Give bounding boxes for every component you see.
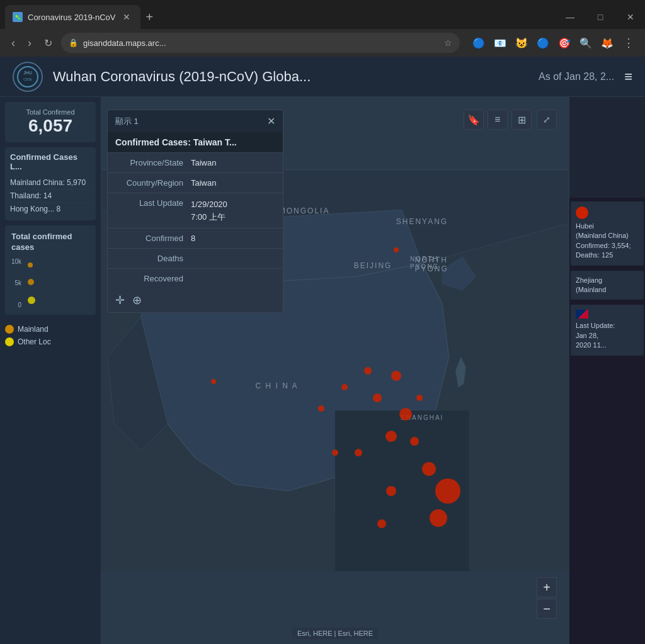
hamburger-menu[interactable]: ≡	[624, 69, 632, 85]
popup-header: 顯示 1 ✕	[108, 110, 283, 132]
popup-row-deaths: Deaths	[108, 249, 283, 269]
list-map-button[interactable]: ≡	[488, 110, 508, 130]
other-legend-dot	[5, 337, 14, 346]
ext-btn-2[interactable]: 📧	[491, 34, 509, 52]
window-controls: — □ ✕	[556, 8, 645, 26]
map-dot	[373, 393, 382, 402]
hubei-location-card[interactable]: Hubei(Mainland China)Confirmed: 3,554;De…	[571, 201, 644, 266]
map-area[interactable]: MONGOLIA C H I N A Urumqi Shenyang Beiji…	[101, 97, 569, 644]
right-sidebar: Hubei(Mainland China)Confirmed: 3,554;De…	[569, 97, 645, 644]
hubei-detail: Hubei(Mainland China)Confirmed: 3,554;De…	[576, 222, 639, 261]
maximize-button[interactable]: □	[586, 8, 615, 26]
popup-field-country: Country/Region	[115, 178, 191, 188]
mainland-legend-dot	[5, 325, 14, 334]
zhejiang-location-card[interactable]: Zhejiang(Mainland	[571, 271, 644, 300]
ext-btn-1[interactable]: 🔵	[470, 34, 488, 52]
chart-labels: 10k 5k 0	[11, 258, 24, 308]
zhejiang-detail: Zhejiang(Mainland	[576, 276, 639, 295]
zoom-in-popup-button[interactable]: ⊕	[132, 293, 142, 307]
popup-value-deaths	[191, 254, 275, 263]
jhu-logo-icon: JHU CSSE	[16, 65, 39, 88]
maximize-map-button[interactable]: ⤢	[537, 110, 557, 130]
tab-favicon: 🦠	[13, 12, 23, 22]
chart-label: 5k	[11, 280, 21, 286]
map-dot	[391, 371, 401, 381]
close-button[interactable]: ✕	[616, 8, 645, 26]
update-card: Last Update:Jan 28,2020 11...	[571, 305, 644, 355]
popup-close-button[interactable]: ✕	[267, 115, 275, 127]
right-top-panel	[569, 97, 645, 198]
popup-body: Province/State Taiwan Country/Region Tai…	[108, 153, 283, 288]
list-item: Hong Kong... 8	[10, 203, 91, 215]
map-dot	[422, 462, 436, 476]
map-dot	[355, 449, 362, 456]
update-text: Last Update:Jan 28,2020 11...	[576, 321, 639, 350]
item-label: Thailand:	[10, 191, 41, 200]
map-zoom-controls: + −	[537, 577, 557, 619]
browser-extensions: 🔵 📧 😺 🔵 🎯 🔍 🦊 ⋮	[470, 34, 637, 52]
hubei-red-circle	[576, 206, 588, 219]
list-item: Thailand: 14	[10, 189, 91, 203]
forward-button[interactable]: ›	[24, 34, 35, 52]
confirmed-list-title: Confirmed Cases L...	[10, 152, 91, 171]
ext-btn-5[interactable]: 🎯	[556, 34, 573, 52]
browser-menu-button[interactable]: ⋮	[620, 34, 637, 52]
svg-text:CSSE: CSSE	[23, 77, 32, 81]
new-tab-button[interactable]: +	[140, 10, 158, 25]
mainland-legend-label: Mainland	[18, 325, 49, 334]
browser-chrome: 🦠 Coronavirus 2019-nCoV ✕ + — □ ✕ ‹ › ↻ …	[0, 0, 645, 57]
popup-subtitle: Confirmed Cases: Taiwan T...	[108, 132, 283, 153]
address-bar[interactable]: 🔒 gisanddata.maps.arc... ☆	[61, 33, 460, 53]
popup-value-confirmed: 8	[191, 234, 275, 243]
tab-close-button[interactable]: ✕	[120, 11, 133, 23]
popup-value-country: Taiwan	[191, 178, 275, 188]
map-dot	[394, 247, 399, 252]
item-label: Mainland China:	[10, 178, 65, 187]
map-dot	[410, 437, 419, 446]
ext-btn-6[interactable]: 🔍	[577, 34, 595, 52]
popup-value-recovered	[191, 274, 275, 283]
address-text: gisanddata.maps.arc...	[83, 38, 439, 48]
ext-btn-3[interactable]: 😺	[513, 34, 530, 52]
update-card-header	[576, 310, 639, 319]
map-dot	[377, 519, 386, 528]
zoom-in-button[interactable]: +	[537, 577, 557, 597]
chart-label: 0	[11, 302, 21, 308]
popup-row-confirmed: Confirmed 8	[108, 229, 283, 249]
svg-text:JHU: JHU	[23, 71, 32, 75]
popup-value-update: 1/29/20207:00 上午	[191, 198, 275, 223]
map-dot	[399, 408, 412, 421]
grid-map-button[interactable]: ⊞	[511, 110, 532, 130]
browser-controls: ‹ › ↻ 🔒 gisanddata.maps.arc... ☆ 🔵 📧 😺 🔵…	[0, 29, 645, 57]
map-dot	[211, 379, 216, 384]
chart-label: 10k	[11, 258, 21, 265]
total-cases-box: Total confirmed cases 10k 5k 0	[5, 225, 96, 315]
reload-button[interactable]: ↻	[40, 35, 56, 52]
tab-bar: 🦠 Coronavirus 2019-nCoV ✕ + — □ ✕	[0, 0, 645, 29]
confirmed-cases-list: Confirmed Cases L... Mainland China: 5,9…	[5, 147, 96, 220]
zoom-out-button[interactable]: −	[537, 599, 557, 619]
item-label: Hong Kong...	[10, 205, 54, 213]
minimize-button[interactable]: —	[556, 8, 585, 26]
popup-value-province: Taiwan	[191, 158, 275, 167]
bookmark-map-button[interactable]: 🔖	[464, 110, 484, 130]
ext-btn-7[interactable]: 🦊	[598, 34, 616, 52]
browser-tab-active[interactable]: 🦠 Coronavirus 2019-nCoV ✕	[5, 5, 140, 29]
total-cases-title: Total confirmed cases	[11, 232, 89, 253]
total-confirmed-label: Total Confirmed	[11, 108, 89, 116]
legend-area: Mainland Other Loc	[0, 320, 101, 355]
map-dot	[332, 449, 338, 456]
tab-title: Coronavirus 2019-nCoV	[28, 13, 115, 22]
ext-btn-4[interactable]: 🔵	[534, 34, 552, 52]
back-button[interactable]: ‹	[8, 34, 19, 52]
map-dot-hubei	[435, 478, 460, 504]
item-value: 5,970	[67, 178, 86, 187]
app-container: JHU CSSE Wuhan Coronavirus (2019-nCoV) G…	[0, 57, 645, 644]
bookmark-icon[interactable]: ☆	[444, 38, 452, 48]
navigate-tool-button[interactable]: ✛	[115, 293, 125, 307]
app-date: As of Jan 28, 2...	[539, 71, 614, 82]
map-dot	[430, 509, 447, 527]
map-dot	[364, 367, 372, 375]
total-confirmed-value: 6,057	[11, 116, 89, 136]
popup-subtitle-text: Confirmed Cases: Taiwan T...	[115, 137, 275, 147]
